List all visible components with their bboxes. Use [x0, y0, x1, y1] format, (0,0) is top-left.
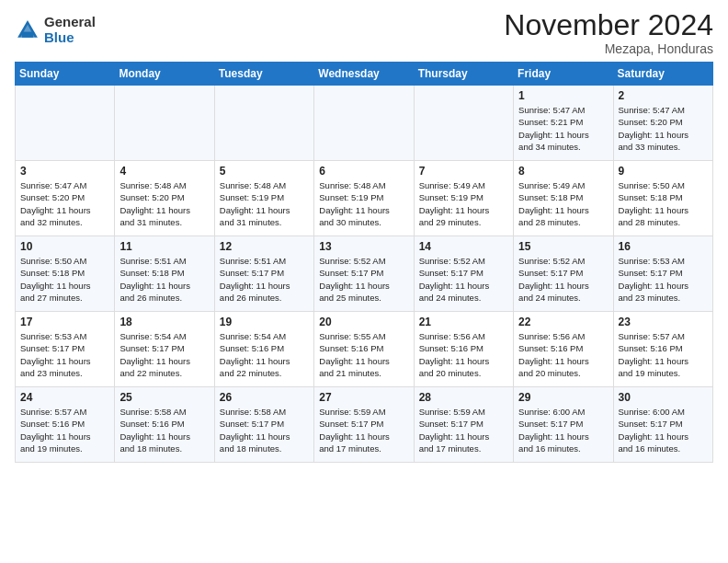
day-number: 23	[619, 316, 708, 328]
day-info: Sunrise: 5:58 AM Sunset: 5:16 PM Dayligh…	[119, 406, 209, 454]
day-number: 28	[419, 391, 508, 404]
title-block: November 2024 Mezapa, Honduras	[504, 9, 713, 56]
day-cell: 5Sunrise: 5:48 AM Sunset: 5:19 PM Daylig…	[214, 161, 313, 236]
calendar-body: 1Sunrise: 5:47 AM Sunset: 5:21 PM Daylig…	[16, 86, 713, 463]
header-cell-wednesday: Wednesday	[314, 63, 414, 86]
logo-icon	[15, 17, 40, 43]
logo: General Blue	[15, 15, 96, 45]
header-cell-friday: Friday	[514, 63, 613, 86]
day-info: Sunrise: 5:52 AM Sunset: 5:17 PM Dayligh…	[419, 255, 508, 304]
day-info: Sunrise: 5:53 AM Sunset: 5:17 PM Dayligh…	[20, 330, 109, 379]
day-number: 13	[319, 240, 408, 253]
week-row-1: 1Sunrise: 5:47 AM Sunset: 5:21 PM Daylig…	[16, 86, 713, 161]
day-info: Sunrise: 5:53 AM Sunset: 5:17 PM Dayligh…	[619, 255, 708, 304]
day-cell: 20Sunrise: 5:55 AM Sunset: 5:16 PM Dayli…	[314, 312, 414, 387]
day-cell	[115, 86, 214, 161]
day-info: Sunrise: 5:59 AM Sunset: 5:17 PM Dayligh…	[419, 406, 508, 454]
day-number: 18	[119, 316, 209, 328]
day-cell: 30Sunrise: 6:00 AM Sunset: 5:17 PM Dayli…	[613, 387, 712, 463]
day-cell: 1Sunrise: 5:47 AM Sunset: 5:21 PM Daylig…	[514, 86, 613, 161]
day-cell: 21Sunrise: 5:56 AM Sunset: 5:16 PM Dayli…	[414, 312, 513, 387]
day-cell: 27Sunrise: 5:59 AM Sunset: 5:17 PM Dayli…	[314, 387, 414, 463]
logo-blue: Blue	[44, 29, 74, 45]
day-number: 1	[518, 89, 608, 102]
day-number: 20	[319, 316, 408, 328]
day-number: 17	[20, 316, 109, 328]
day-info: Sunrise: 6:00 AM Sunset: 5:17 PM Dayligh…	[518, 406, 608, 454]
header-cell-saturday: Saturday	[613, 63, 712, 86]
day-cell: 3Sunrise: 5:47 AM Sunset: 5:20 PM Daylig…	[16, 161, 115, 236]
day-info: Sunrise: 5:57 AM Sunset: 5:16 PM Dayligh…	[619, 330, 708, 379]
day-number: 15	[518, 240, 608, 253]
day-cell: 13Sunrise: 5:52 AM Sunset: 5:17 PM Dayli…	[314, 236, 414, 312]
day-number: 7	[419, 165, 508, 178]
month-title: November 2024	[504, 9, 713, 41]
day-info: Sunrise: 5:50 AM Sunset: 5:18 PM Dayligh…	[619, 179, 708, 228]
day-number: 30	[619, 391, 708, 404]
day-info: Sunrise: 5:48 AM Sunset: 5:20 PM Dayligh…	[119, 179, 209, 228]
day-info: Sunrise: 5:56 AM Sunset: 5:16 PM Dayligh…	[419, 330, 508, 379]
day-info: Sunrise: 5:48 AM Sunset: 5:19 PM Dayligh…	[319, 179, 408, 228]
day-cell: 22Sunrise: 5:56 AM Sunset: 5:16 PM Dayli…	[514, 312, 613, 387]
svg-rect-2	[22, 31, 33, 37]
day-info: Sunrise: 5:56 AM Sunset: 5:16 PM Dayligh…	[518, 330, 608, 379]
header-cell-sunday: Sunday	[16, 63, 115, 86]
day-info: Sunrise: 5:54 AM Sunset: 5:16 PM Dayligh…	[220, 330, 309, 379]
day-number: 6	[319, 165, 408, 178]
day-cell: 14Sunrise: 5:52 AM Sunset: 5:17 PM Dayli…	[414, 236, 513, 312]
day-number: 29	[518, 391, 608, 404]
day-info: Sunrise: 5:49 AM Sunset: 5:19 PM Dayligh…	[419, 179, 508, 228]
day-number: 19	[220, 316, 309, 328]
day-info: Sunrise: 5:49 AM Sunset: 5:18 PM Dayligh…	[518, 179, 608, 228]
day-number: 12	[220, 240, 309, 253]
day-cell: 7Sunrise: 5:49 AM Sunset: 5:19 PM Daylig…	[414, 161, 513, 236]
day-number: 8	[518, 165, 608, 178]
day-cell: 26Sunrise: 5:58 AM Sunset: 5:17 PM Dayli…	[214, 387, 313, 463]
day-cell: 8Sunrise: 5:49 AM Sunset: 5:18 PM Daylig…	[514, 161, 613, 236]
day-cell: 2Sunrise: 5:47 AM Sunset: 5:20 PM Daylig…	[613, 86, 712, 161]
day-cell: 23Sunrise: 5:57 AM Sunset: 5:16 PM Dayli…	[613, 312, 712, 387]
day-cell: 11Sunrise: 5:51 AM Sunset: 5:18 PM Dayli…	[115, 236, 214, 312]
day-info: Sunrise: 5:52 AM Sunset: 5:17 PM Dayligh…	[319, 255, 408, 304]
day-number: 26	[220, 391, 309, 404]
calendar-header: SundayMondayTuesdayWednesdayThursdayFrid…	[16, 63, 713, 86]
week-row-2: 3Sunrise: 5:47 AM Sunset: 5:20 PM Daylig…	[16, 161, 713, 236]
week-row-4: 17Sunrise: 5:53 AM Sunset: 5:17 PM Dayli…	[16, 312, 713, 387]
calendar-table: SundayMondayTuesdayWednesdayThursdayFrid…	[15, 62, 713, 463]
day-cell: 18Sunrise: 5:54 AM Sunset: 5:17 PM Dayli…	[115, 312, 214, 387]
day-info: Sunrise: 5:47 AM Sunset: 5:20 PM Dayligh…	[20, 179, 109, 228]
day-info: Sunrise: 5:57 AM Sunset: 5:16 PM Dayligh…	[20, 406, 109, 454]
day-number: 25	[119, 391, 209, 404]
day-cell	[16, 86, 115, 161]
day-info: Sunrise: 5:54 AM Sunset: 5:17 PM Dayligh…	[119, 330, 209, 379]
week-row-5: 24Sunrise: 5:57 AM Sunset: 5:16 PM Dayli…	[16, 387, 713, 463]
header-row: SundayMondayTuesdayWednesdayThursdayFrid…	[16, 63, 713, 86]
day-cell	[214, 86, 313, 161]
day-cell: 15Sunrise: 5:52 AM Sunset: 5:17 PM Dayli…	[514, 236, 613, 312]
day-cell: 4Sunrise: 5:48 AM Sunset: 5:20 PM Daylig…	[115, 161, 214, 236]
day-number: 27	[319, 391, 408, 404]
day-cell: 19Sunrise: 5:54 AM Sunset: 5:16 PM Dayli…	[214, 312, 313, 387]
logo-general: General	[44, 14, 96, 29]
day-info: Sunrise: 6:00 AM Sunset: 5:17 PM Dayligh…	[619, 406, 708, 454]
day-cell: 6Sunrise: 5:48 AM Sunset: 5:19 PM Daylig…	[314, 161, 414, 236]
day-number: 14	[419, 240, 508, 253]
day-cell: 29Sunrise: 6:00 AM Sunset: 5:17 PM Dayli…	[514, 387, 613, 463]
subtitle: Mezapa, Honduras	[504, 41, 713, 56]
page: General Blue November 2024 Mezapa, Hondu…	[0, 0, 728, 477]
day-info: Sunrise: 5:48 AM Sunset: 5:19 PM Dayligh…	[220, 179, 309, 228]
day-info: Sunrise: 5:59 AM Sunset: 5:17 PM Dayligh…	[319, 406, 408, 454]
day-number: 21	[419, 316, 508, 328]
day-cell: 28Sunrise: 5:59 AM Sunset: 5:17 PM Dayli…	[414, 387, 513, 463]
logo-text: General Blue	[44, 15, 96, 45]
day-info: Sunrise: 5:52 AM Sunset: 5:17 PM Dayligh…	[518, 255, 608, 304]
day-number: 9	[619, 165, 708, 178]
header-cell-tuesday: Tuesday	[214, 63, 313, 86]
header: General Blue November 2024 Mezapa, Hondu…	[15, 9, 713, 56]
day-info: Sunrise: 5:51 AM Sunset: 5:18 PM Dayligh…	[119, 255, 209, 304]
day-info: Sunrise: 5:50 AM Sunset: 5:18 PM Dayligh…	[20, 255, 109, 304]
day-number: 5	[220, 165, 309, 178]
day-cell: 12Sunrise: 5:51 AM Sunset: 5:17 PM Dayli…	[214, 236, 313, 312]
header-cell-thursday: Thursday	[414, 63, 513, 86]
header-cell-monday: Monday	[115, 63, 214, 86]
